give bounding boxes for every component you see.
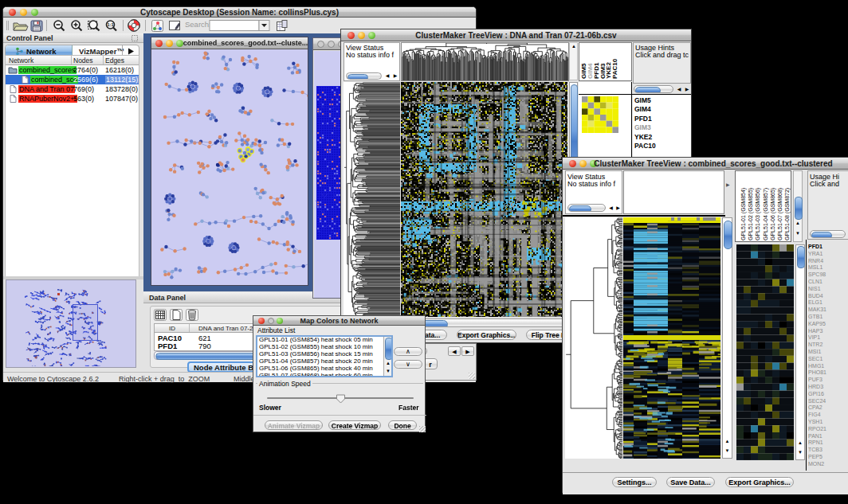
svg-text:GPL51-07 (GSM868): GPL51-07 (GSM868): [777, 188, 783, 240]
svg-text:1:1: 1:1: [108, 22, 114, 27]
svg-text:GPL51-02 (GSM855): GPL51-02 (GSM855): [748, 188, 754, 240]
svg-text:PAC10: PAC10: [611, 58, 618, 79]
svg-text:GPL51-08 (GSM872): GPL51-08 (GSM872): [784, 188, 791, 240]
svg-text:GPL51-01 (GSM854): GPL51-01 (GSM854): [740, 188, 747, 240]
svg-text:GPL51-03 (GSM856): GPL51-03 (GSM856): [755, 188, 761, 240]
svg-text:GPL51-04 (GSM857): GPL51-04 (GSM857): [763, 188, 769, 240]
svg-text:Search:: Search:: [185, 20, 211, 29]
svg-text:GPL51-06 (GSM865): GPL51-06 (GSM865): [770, 188, 776, 240]
